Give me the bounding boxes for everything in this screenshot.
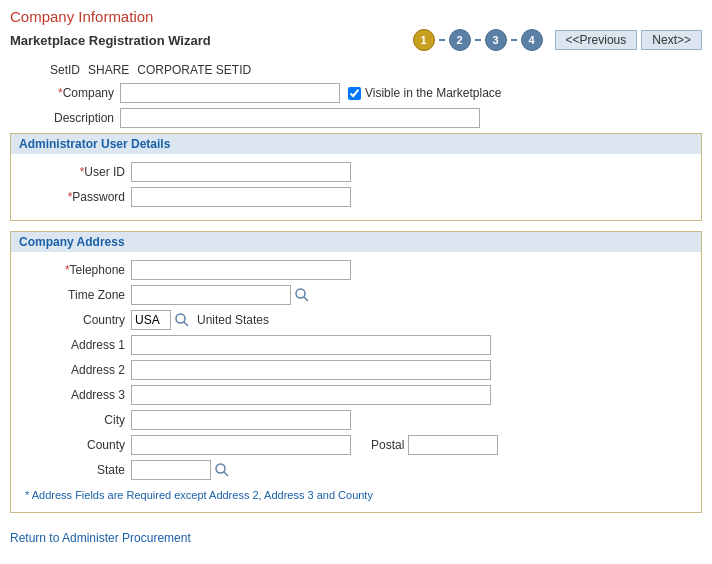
company-label-text: Company	[63, 86, 114, 100]
postal-input[interactable]	[408, 435, 498, 455]
address3-row: Address 3	[21, 385, 691, 405]
page-title: Company Information	[10, 8, 702, 25]
description-row: Description	[10, 108, 702, 128]
country-row: Country United States	[21, 310, 691, 330]
address1-label: Address 1	[21, 338, 131, 352]
country-name: United States	[197, 313, 269, 327]
county-postal-row: County Postal	[21, 435, 691, 455]
telephone-row: *Telephone	[21, 260, 691, 280]
timezone-input[interactable]	[131, 285, 291, 305]
svg-point-2	[176, 314, 185, 323]
wizard-steps: 1 2 3 4	[413, 29, 543, 51]
address3-label: Address 3	[21, 388, 131, 402]
password-label-text: Password	[72, 190, 125, 204]
state-row: State	[21, 460, 691, 480]
userid-label: *User ID	[21, 165, 131, 179]
city-row: City	[21, 410, 691, 430]
city-input[interactable]	[131, 410, 351, 430]
address1-input[interactable]	[131, 335, 491, 355]
county-input[interactable]	[131, 435, 351, 455]
step-2[interactable]: 2	[449, 29, 471, 51]
svg-line-3	[184, 322, 188, 326]
telephone-label: *Telephone	[21, 263, 131, 277]
country-label: Country	[21, 313, 131, 327]
timezone-label: Time Zone	[21, 288, 131, 302]
address2-label: Address 2	[21, 363, 131, 377]
telephone-label-text: Telephone	[70, 263, 125, 277]
timezone-lookup-icon[interactable]	[293, 286, 311, 304]
setid-value: SHARE	[88, 63, 129, 77]
description-input[interactable]	[120, 108, 480, 128]
address-section: Company Address *Telephone Time Zone Cou…	[10, 231, 702, 513]
address3-input[interactable]	[131, 385, 491, 405]
svg-point-4	[216, 464, 225, 473]
step-1[interactable]: 1	[413, 29, 435, 51]
postal-label: Postal	[371, 438, 404, 452]
userid-input[interactable]	[131, 162, 351, 182]
wizard-title: Marketplace Registration Wizard	[10, 33, 211, 48]
company-input[interactable]	[120, 83, 340, 103]
company-row: *Company Visible in the Marketplace	[10, 83, 702, 103]
state-label: State	[21, 463, 131, 477]
step-connector-3	[511, 39, 517, 41]
city-label: City	[21, 413, 131, 427]
address2-row: Address 2	[21, 360, 691, 380]
telephone-input[interactable]	[131, 260, 351, 280]
step-connector-1	[439, 39, 445, 41]
svg-line-1	[304, 297, 308, 301]
svg-line-5	[224, 472, 228, 476]
timezone-row: Time Zone	[21, 285, 691, 305]
state-input[interactable]	[131, 460, 211, 480]
userid-row: *User ID	[21, 162, 691, 182]
password-row: *Password	[21, 187, 691, 207]
county-label: County	[21, 438, 131, 452]
userid-label-text: User ID	[84, 165, 125, 179]
password-input[interactable]	[131, 187, 351, 207]
visible-checkbox-label: Visible in the Marketplace	[348, 86, 502, 100]
visible-label: Visible in the Marketplace	[365, 86, 502, 100]
address-note: * Address Fields are Required except Add…	[21, 486, 691, 504]
step-4[interactable]: 4	[521, 29, 543, 51]
prev-button[interactable]: <<Previous	[555, 30, 638, 50]
step-3[interactable]: 3	[485, 29, 507, 51]
admin-section: Administrator User Details *User ID *Pas…	[10, 133, 702, 221]
next-button[interactable]: Next>>	[641, 30, 702, 50]
setid-row: SetID SHARE CORPORATE SETID	[10, 63, 702, 77]
wizard-header: Marketplace Registration Wizard 1 2 3 4 …	[10, 29, 702, 51]
state-lookup-icon[interactable]	[213, 461, 231, 479]
address2-input[interactable]	[131, 360, 491, 380]
password-label: *Password	[21, 190, 131, 204]
corporate-setid: CORPORATE SETID	[137, 63, 251, 77]
address1-row: Address 1	[21, 335, 691, 355]
visible-checkbox[interactable]	[348, 87, 361, 100]
return-link[interactable]: Return to Administer Procurement	[10, 531, 191, 545]
country-lookup-icon[interactable]	[173, 311, 191, 329]
company-label: *Company	[10, 86, 120, 100]
svg-point-0	[296, 289, 305, 298]
step-connector-2	[475, 39, 481, 41]
nav-buttons: <<Previous Next>>	[555, 30, 702, 50]
admin-section-header: Administrator User Details	[11, 134, 701, 154]
country-input[interactable]	[131, 310, 171, 330]
address-section-header: Company Address	[11, 232, 701, 252]
description-label: Description	[10, 111, 120, 125]
setid-label: SetID	[50, 63, 80, 77]
